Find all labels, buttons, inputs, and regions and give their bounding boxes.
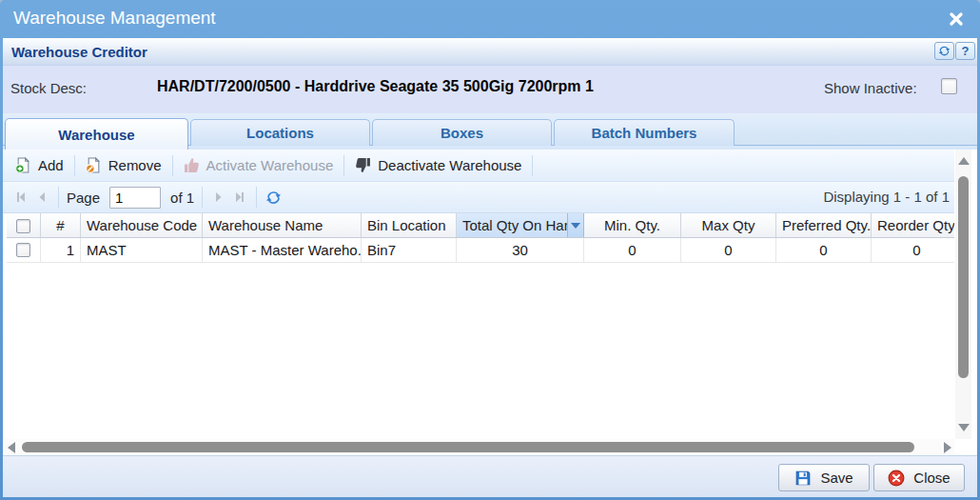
displaying-status-text: Displaying 1 - 1 of 1 — [823, 189, 950, 205]
cell-preferred-qty: 0 — [776, 238, 872, 262]
footer-bar: Save Close — [3, 455, 977, 497]
toolbar-separator — [343, 155, 344, 176]
first-page-icon — [13, 190, 29, 205]
toolbar-separator — [74, 155, 75, 176]
panel-refresh-tool-button[interactable] — [934, 42, 954, 60]
tab-locations[interactable]: Locations — [190, 119, 370, 146]
stock-desc-value: HAR/DT/7200/0500 - Harddrive Seagate 35 … — [157, 78, 594, 95]
add-page-icon — [15, 157, 31, 173]
column-header-warehouse-code[interactable]: Warehouse Code — [81, 213, 203, 238]
panel-help-tool-button[interactable]: ? — [955, 42, 975, 60]
cell-total-qty: 30 — [457, 238, 584, 262]
cell-max-qty: 0 — [681, 238, 776, 262]
refresh-icon — [938, 45, 951, 57]
cell-bin-location: Bin7 — [362, 238, 457, 262]
grid-refresh-button[interactable] — [263, 187, 284, 208]
vertical-scrollbar-thumb[interactable] — [958, 176, 969, 378]
select-all-checkbox[interactable] — [16, 219, 30, 233]
column-header-reorder-qty[interactable]: Reorder Qty. — [872, 213, 954, 238]
row-select-cell[interactable] — [7, 238, 41, 262]
last-page-button[interactable] — [229, 187, 250, 208]
deactivate-warehouse-label: Deactivate Warehouse — [378, 157, 521, 173]
tab-locations-label: Locations — [246, 125, 314, 141]
horizontal-scrollbar-thumb[interactable] — [22, 442, 914, 452]
tab-batch-numbers[interactable]: Batch Numbers — [554, 119, 735, 146]
page-number-input[interactable] — [109, 187, 161, 209]
cell-row-number: 1 — [41, 238, 81, 262]
first-page-button[interactable] — [10, 187, 31, 208]
show-inactive-checkbox[interactable] — [941, 78, 957, 94]
save-button[interactable]: Save — [778, 464, 870, 491]
show-inactive-label: Show Inactive: — [824, 80, 917, 96]
vertical-scrollbar[interactable] — [955, 150, 971, 439]
prev-page-icon — [34, 190, 49, 205]
page-label: Page — [67, 190, 100, 206]
scroll-left-arrow-icon[interactable] — [8, 442, 15, 453]
cell-warehouse-code: MAST — [81, 238, 203, 262]
paging-separator — [256, 187, 257, 208]
add-button[interactable]: Add — [10, 154, 69, 176]
deactivate-warehouse-button[interactable]: Deactivate Warehouse — [350, 154, 526, 176]
toolbar-separator — [172, 155, 173, 176]
remove-button-label: Remove — [108, 157, 162, 173]
grid-toolbar: Add Remove Activate Warehouse — [3, 150, 954, 182]
table-row[interactable]: 1 MAST MAST - Master Wareho... Bin7 30 0… — [7, 238, 954, 263]
next-page-icon — [211, 190, 226, 205]
panel-header: Warehouse Creditor ? — [3, 38, 977, 66]
scroll-up-arrow-icon[interactable] — [958, 157, 970, 165]
window-title: Warehouse Management — [13, 8, 216, 29]
last-page-icon — [232, 190, 247, 205]
column-header-total-qty-on-hand[interactable]: Total Qty On Hand — [457, 213, 584, 238]
column-header-bin-location[interactable]: Bin Location — [362, 213, 457, 238]
horizontal-scrollbar[interactable] — [5, 439, 954, 455]
activate-warehouse-button[interactable]: Activate Warehouse — [179, 154, 339, 176]
paging-separator — [202, 187, 203, 208]
select-all-header-cell[interactable] — [7, 213, 41, 238]
remove-page-icon — [86, 157, 102, 173]
column-header-preferred-qty[interactable]: Preferred Qty. — [776, 213, 872, 238]
tab-boxes[interactable]: Boxes — [372, 119, 552, 146]
chevron-down-icon — [571, 223, 580, 229]
tab-boxes-label: Boxes — [441, 125, 483, 141]
save-button-label: Save — [820, 470, 853, 486]
thumbs-down-icon — [355, 157, 371, 173]
column-header-warehouse-name[interactable]: Warehouse Name — [203, 213, 362, 238]
tab-warehouse[interactable]: Warehouse — [5, 118, 188, 150]
total-qty-header-label: Total Qty On Hand — [462, 217, 579, 233]
tab-content: Add Remove Activate Warehouse — [3, 150, 977, 455]
prev-page-button[interactable] — [31, 187, 52, 208]
cell-warehouse-name: MAST - Master Wareho... — [203, 238, 362, 262]
close-icon[interactable] — [946, 9, 967, 30]
paging-separator — [58, 187, 59, 208]
close-circle-icon — [888, 470, 905, 487]
thumbs-up-icon — [184, 157, 200, 173]
row-checkbox[interactable] — [16, 243, 30, 257]
title-bar[interactable]: Warehouse Management — [0, 0, 980, 38]
add-button-label: Add — [38, 157, 64, 173]
page-of-label: of 1 — [170, 190, 194, 206]
close-button-label: Close — [913, 470, 950, 486]
save-floppy-icon — [794, 470, 812, 487]
close-button[interactable]: Close — [873, 464, 965, 491]
column-header-min-qty[interactable]: Min. Qty. — [584, 213, 681, 238]
cell-reorder-qty: 0 — [872, 238, 954, 262]
warehouse-management-window: Warehouse Management Warehouse Creditor … — [0, 0, 980, 500]
grid-header-row: # Warehouse Code Warehouse Name Bin Loca… — [7, 213, 954, 238]
tab-batch-numbers-label: Batch Numbers — [592, 125, 697, 141]
refresh-icon — [265, 190, 282, 206]
next-page-button[interactable] — [208, 187, 229, 208]
activate-warehouse-label: Activate Warehouse — [206, 157, 334, 173]
toolbar-separator — [532, 155, 533, 176]
tab-bar: Warehouse Locations Boxes Batch Numbers — [3, 113, 977, 150]
scroll-down-arrow-icon[interactable] — [958, 424, 970, 431]
column-header-max-qty[interactable]: Max Qty — [681, 213, 776, 238]
column-menu-trigger[interactable] — [567, 213, 583, 238]
stock-desc-label: Stock Desc: — [10, 80, 87, 96]
tab-warehouse-label: Warehouse — [58, 127, 134, 143]
stock-section: Stock Desc: HAR/DT/7200/0500 - Harddrive… — [3, 66, 977, 113]
remove-button[interactable]: Remove — [81, 154, 167, 176]
column-header-number[interactable]: # — [41, 213, 81, 238]
paging-toolbar: Page of 1 Displaying 1 - 1 of 1 — [3, 182, 954, 213]
scroll-right-arrow-icon[interactable] — [944, 442, 951, 453]
panel-title: Warehouse Creditor — [11, 44, 147, 60]
